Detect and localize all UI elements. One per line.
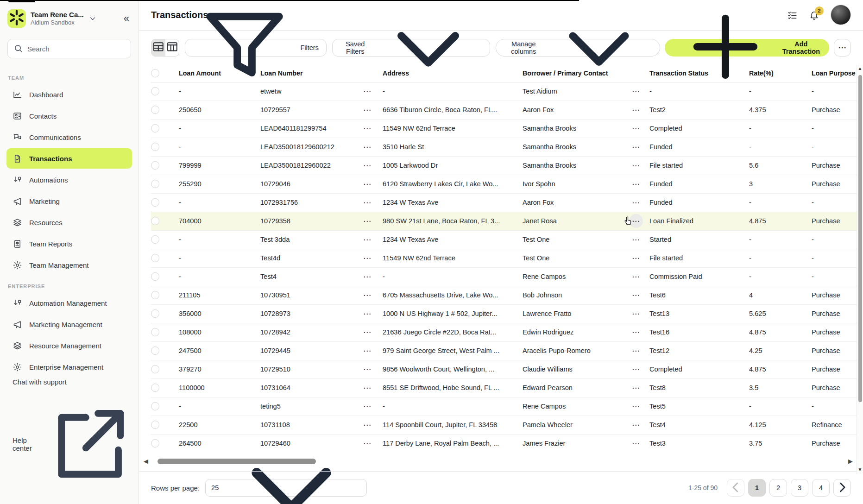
horizontal-scroll-thumb[interactable] [157, 459, 316, 464]
scroll-right-arrow[interactable]: ▶ [848, 458, 853, 464]
page-4-button[interactable]: 4 [812, 479, 830, 497]
sidebar-item-marketing[interactable]: Marketing [6, 191, 132, 211]
scroll-up-arrow[interactable]: ▲ [858, 65, 863, 72]
rows-per-page-select[interactable]: 25 [205, 479, 367, 497]
row-checkbox[interactable] [151, 180, 159, 188]
sidebar-item-resources[interactable]: Resources [6, 212, 132, 233]
row-menu-button[interactable]: ⋯ [360, 344, 374, 358]
row-menu-button[interactable]: ⋯ [629, 251, 643, 265]
add-transaction-button[interactable]: Add Transaction [665, 39, 829, 57]
saved-filters-button[interactable]: Saved Filters [332, 39, 490, 57]
row-menu-button[interactable]: ⋯ [360, 140, 374, 154]
bell-icon[interactable]: 2 [809, 10, 819, 20]
table-row[interactable]: - teting5 ⋯ - Rene Campos ⋯ Test5 - - [151, 397, 857, 416]
sidebar-item-team-management[interactable]: Team Management [6, 255, 132, 275]
row-menu-button[interactable]: ⋯ [629, 214, 643, 228]
table-row[interactable]: - LEAD350018129600212 ⋯ 3510 Harle St Sa… [151, 138, 857, 156]
table-row[interactable]: - Test4 ⋯ - Rene Campos ⋯ Commission Pai… [151, 267, 857, 286]
kanban-view-button[interactable] [165, 39, 179, 56]
page-2-button[interactable]: 2 [769, 479, 787, 497]
row-menu-button[interactable]: ⋯ [360, 270, 374, 284]
row-checkbox[interactable] [151, 272, 159, 281]
table-row[interactable]: 255290 10729046 ⋯ 6120 Strawberry Lakes … [151, 175, 857, 193]
row-menu-button[interactable]: ⋯ [629, 233, 643, 246]
row-menu-button[interactable]: ⋯ [360, 436, 374, 450]
next-page-button[interactable] [833, 479, 851, 497]
table-row[interactable]: - Test 3dda ⋯ 1234 W Texas Ave Test One … [151, 230, 857, 249]
row-menu-button[interactable]: ⋯ [360, 362, 374, 376]
sidebar-collapse-button[interactable]: « [121, 13, 132, 25]
search-input[interactable] [7, 39, 131, 58]
sidebar-item-transactions[interactable]: Transactions [6, 148, 132, 169]
team-switcher[interactable]: Team Rene Ca... Aidium Sandbox [31, 11, 84, 27]
prev-page-button[interactable] [727, 479, 744, 497]
row-menu-button[interactable]: ⋯ [629, 195, 643, 209]
row-menu-button[interactable]: ⋯ [360, 84, 374, 98]
row-menu-button[interactable]: ⋯ [360, 381, 374, 395]
sidebar-item-communications[interactable]: Communications [6, 127, 132, 147]
row-menu-button[interactable]: ⋯ [629, 344, 643, 358]
table-row[interactable]: 108000 10728942 ⋯ 21636 Juego Circle #22… [151, 323, 857, 341]
row-menu-button[interactable]: ⋯ [629, 84, 643, 98]
sidebar-item-enterprise-management[interactable]: Enterprise Management [6, 357, 132, 373]
row-checkbox[interactable] [151, 384, 159, 392]
row-menu-button[interactable]: ⋯ [629, 158, 643, 172]
table-row[interactable]: 1100000 10731064 ⋯ 8551 SE Driftwood, Ho… [151, 378, 857, 397]
sidebar-item-contacts[interactable]: Contacts [6, 106, 132, 126]
table-row[interactable]: 356000 10728973 ⋯ 1000 N US Highway 1 # … [151, 304, 857, 323]
row-checkbox[interactable] [151, 365, 159, 373]
table-row[interactable]: 247500 10729445 ⋯ 979 Saint George Stree… [151, 341, 857, 360]
row-checkbox[interactable] [151, 106, 159, 114]
table-row[interactable]: - LEAD6401181299754 ⋯ 11549 NW 62nd Terr… [151, 119, 857, 138]
row-menu-button[interactable]: ⋯ [360, 307, 374, 321]
row-menu-button[interactable]: ⋯ [360, 158, 374, 172]
row-checkbox[interactable] [151, 309, 159, 318]
row-checkbox[interactable] [151, 328, 159, 336]
table-row[interactable]: - etwetw ⋯ - Test Aidium ⋯ - - - [151, 82, 857, 101]
manage-columns-button[interactable]: Manage columns [496, 39, 660, 57]
row-menu-button[interactable]: ⋯ [360, 233, 374, 246]
sidebar-item-automations[interactable]: Automations [6, 170, 132, 190]
sidebar-item-resource-management[interactable]: Resource Management [6, 335, 132, 356]
row-checkbox[interactable] [151, 235, 159, 244]
table-row[interactable]: 379270 10729510 ⋯ 9856 Woolworth Court, … [151, 360, 857, 378]
horizontal-scroll-track[interactable] [152, 458, 844, 465]
row-menu-button[interactable]: ⋯ [360, 195, 374, 209]
row-checkbox[interactable] [151, 124, 159, 132]
row-menu-button[interactable]: ⋯ [360, 177, 374, 191]
row-menu-button[interactable]: ⋯ [360, 214, 374, 228]
row-menu-button[interactable]: ⋯ [360, 325, 374, 339]
row-menu-button[interactable]: ⋯ [360, 288, 374, 302]
row-menu-button[interactable]: ⋯ [629, 103, 643, 117]
row-checkbox[interactable] [151, 291, 159, 299]
chevron-down-icon[interactable] [88, 14, 97, 23]
row-checkbox[interactable] [151, 198, 159, 207]
row-menu-button[interactable]: ⋯ [629, 399, 643, 413]
row-checkbox[interactable] [151, 402, 159, 410]
row-checkbox[interactable] [151, 217, 159, 225]
table-row[interactable]: - 1072931756 ⋯ 1234 W Texas Ave Aaron Fo… [151, 193, 857, 212]
row-menu-button[interactable]: ⋯ [629, 362, 643, 376]
table-view-button[interactable] [151, 39, 165, 56]
more-actions-button[interactable]: ⋯ [834, 39, 851, 57]
row-menu-button[interactable]: ⋯ [360, 103, 374, 117]
scroll-left-arrow[interactable]: ◀ [144, 458, 148, 464]
vertical-scroll-thumb[interactable] [858, 75, 862, 402]
table-row[interactable]: 799999 LEAD35001812960022 ⋯ 1005 Larkwoo… [151, 156, 857, 175]
row-menu-button[interactable]: ⋯ [629, 177, 643, 191]
row-checkbox[interactable] [151, 143, 159, 151]
sidebar-item-automation-management[interactable]: Automation Management [6, 293, 132, 313]
row-checkbox[interactable] [151, 421, 159, 429]
table-row[interactable]: 211105 10730951 ⋯ 6705 Massachusetts Dri… [151, 286, 857, 304]
row-menu-button[interactable]: ⋯ [629, 325, 643, 339]
chat-with-support-link[interactable]: Chat with support [13, 378, 139, 386]
table-row[interactable]: 250650 10729557 ⋯ 6636 Tiburon Circle, B… [151, 101, 857, 119]
row-menu-button[interactable]: ⋯ [629, 121, 643, 135]
row-checkbox[interactable] [151, 346, 159, 355]
row-checkbox[interactable] [151, 161, 159, 170]
tasks-icon[interactable] [787, 10, 798, 20]
row-menu-button[interactable]: ⋯ [629, 288, 643, 302]
row-menu-button[interactable]: ⋯ [360, 121, 374, 135]
avatar[interactable] [831, 5, 851, 25]
help-center-link[interactable]: Help center [13, 395, 139, 494]
